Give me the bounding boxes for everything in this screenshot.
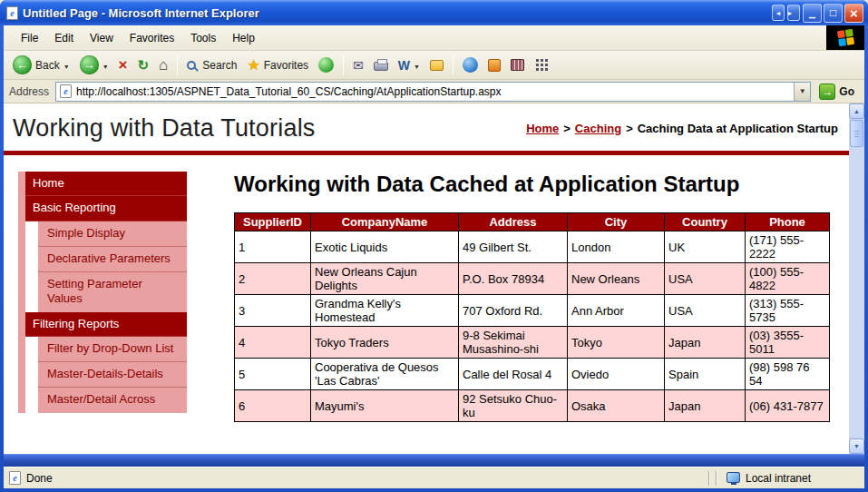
back-label: Back (35, 59, 60, 72)
breadcrumb-current: Caching Data at Application Startup (638, 122, 838, 135)
table-cell: USA (665, 263, 746, 295)
table-row: 4Tokyo Traders9-8 Sekimai Musashino-shiT… (235, 327, 830, 359)
sidebar-item-home[interactable]: Home (25, 172, 187, 196)
window-controls (772, 4, 863, 23)
maximize-button[interactable] (824, 4, 843, 23)
table-cell: 92 Setsuko Chuo-ku (459, 390, 568, 422)
table-cell: Tokyo (568, 327, 665, 359)
breadcrumb-separator: > (563, 122, 571, 135)
table-cell: (100) 555-4822 (746, 263, 830, 295)
zone-text: Local intranet (746, 472, 811, 485)
column-header: Country (665, 213, 746, 231)
edit-dropdown-icon[interactable] (414, 59, 420, 72)
table-cell: 5 (235, 359, 311, 390)
sidebar-item-basic-reporting[interactable]: Basic Reporting (25, 196, 187, 221)
column-header: City (568, 213, 665, 231)
table-cell: London (568, 231, 665, 263)
scroll-up-button[interactable] (849, 103, 864, 119)
ie-page-icon (6, 6, 18, 20)
status-divider (716, 471, 717, 486)
vertical-scrollbar[interactable] (849, 103, 864, 454)
favorites-button[interactable]: Favorites (242, 56, 313, 74)
forward-dropdown-icon[interactable] (102, 59, 109, 72)
sidebar-item-master-details-details[interactable]: Master-Details-Details (38, 361, 187, 387)
forward-icon (80, 55, 99, 74)
breadcrumb-link-caching[interactable]: Caching (575, 122, 621, 135)
back-dropdown-icon[interactable] (63, 59, 70, 72)
print-button[interactable] (369, 57, 393, 73)
titlebar[interactable]: Untitled Page - Microsoft Internet Explo… (0, 0, 868, 25)
sidebar-item-master-detail-across[interactable]: Master/Detail Across (38, 387, 187, 412)
address-dropdown-button[interactable] (794, 83, 810, 101)
table-row: 3Grandma Kelly's Homestead707 Oxford Rd.… (235, 295, 830, 327)
media-icon (318, 57, 334, 73)
sidebar-item-filtering-reports[interactable]: Filtering Reports (25, 312, 187, 337)
pane-right-button[interactable] (787, 5, 800, 21)
table-cell: Grandma Kelly's Homestead (311, 295, 459, 327)
address-url[interactable]: http://localhost:1305/ASPNET_Data_Tutori… (76, 85, 789, 98)
refresh-button[interactable] (133, 56, 154, 74)
mail-button[interactable] (348, 57, 368, 74)
minimize-button[interactable] (803, 4, 822, 23)
table-cell: 49 Gilbert St. (459, 231, 568, 263)
sidebar-item-filter-by-drop-down-list[interactable]: Filter by Drop-Down List (38, 337, 187, 361)
status-text: Done (26, 472, 53, 485)
sidebar-item-declarative-parameters[interactable]: Declarative Parameters (38, 246, 187, 271)
breadcrumb-link-home[interactable]: Home (526, 122, 559, 135)
edit-with-word-button[interactable] (394, 57, 424, 74)
home-button[interactable] (154, 55, 172, 74)
research-icon (488, 59, 501, 72)
messenger-button[interactable] (458, 55, 483, 74)
toolbar: Back Search Favorites (4, 51, 864, 80)
grid-icon (536, 59, 539, 62)
favorites-label: Favorites (264, 59, 308, 72)
home-icon (159, 57, 168, 73)
menu-item-tools[interactable]: Tools (182, 29, 224, 47)
table-cell: Spain (665, 359, 746, 390)
scrollbar-thumb[interactable] (850, 120, 863, 147)
media-button[interactable] (314, 55, 338, 74)
table-cell: (313) 555-5735 (746, 295, 830, 327)
menu-item-help[interactable]: Help (224, 29, 263, 47)
messenger-icon (463, 57, 478, 73)
scroll-down-button[interactable] (849, 438, 864, 454)
status-page-icon (9, 471, 21, 485)
pane-left-button[interactable] (772, 5, 785, 21)
table-cell: P.O. Box 78934 (459, 263, 568, 295)
sidebar-item-setting-parameter-values[interactable]: Setting Parameter Values (38, 271, 187, 312)
menu-item-file[interactable]: File (13, 29, 46, 47)
search-button[interactable]: Search (182, 57, 241, 74)
sidebar-item-simple-display[interactable]: Simple Display (38, 221, 187, 246)
table-cell: 2 (235, 263, 311, 295)
quick-links-button[interactable] (530, 57, 554, 73)
suppliers-table-body: 1Exotic Liquids49 Gilbert St.LondonUK(17… (235, 231, 830, 422)
close-button[interactable] (844, 4, 863, 23)
menu-items: File Edit View Favorites Tools Help (4, 25, 826, 50)
table-cell: (98) 598 76 54 (746, 359, 830, 390)
horizontal-scrollbar[interactable] (4, 454, 864, 467)
security-zone: Local intranet (723, 472, 859, 485)
menu-item-favorites[interactable]: Favorites (122, 29, 182, 47)
table-cell: (03) 3555-5011 (746, 327, 830, 359)
research-button[interactable] (483, 57, 505, 74)
favorites-star-icon (247, 58, 259, 73)
table-cell: Ann Arbor (568, 295, 665, 327)
forward-button[interactable] (75, 54, 113, 76)
site-title: Working with Data Tutorials (13, 114, 316, 143)
table-cell: 1 (235, 231, 311, 263)
address-input[interactable]: http://localhost:1305/ASPNET_Data_Tutori… (55, 82, 811, 102)
menu-item-edit[interactable]: Edit (46, 29, 82, 47)
browser-viewport: Working with Data Tutorials Home > Cachi… (4, 103, 864, 454)
status-divider (708, 471, 710, 486)
sites-button[interactable] (506, 57, 529, 73)
web-page: Working with Data Tutorials Home > Cachi… (4, 103, 849, 454)
stop-button[interactable] (114, 55, 132, 74)
discuss-button[interactable] (425, 58, 448, 73)
toolbar-separator (343, 55, 344, 75)
table-cell: Mayumi's (311, 390, 459, 422)
table-cell: Exotic Liquids (311, 231, 459, 263)
go-button[interactable]: Go (817, 83, 859, 101)
menu-item-view[interactable]: View (82, 29, 122, 47)
windows-flag-icon (836, 29, 853, 46)
back-button[interactable]: Back (8, 54, 74, 76)
